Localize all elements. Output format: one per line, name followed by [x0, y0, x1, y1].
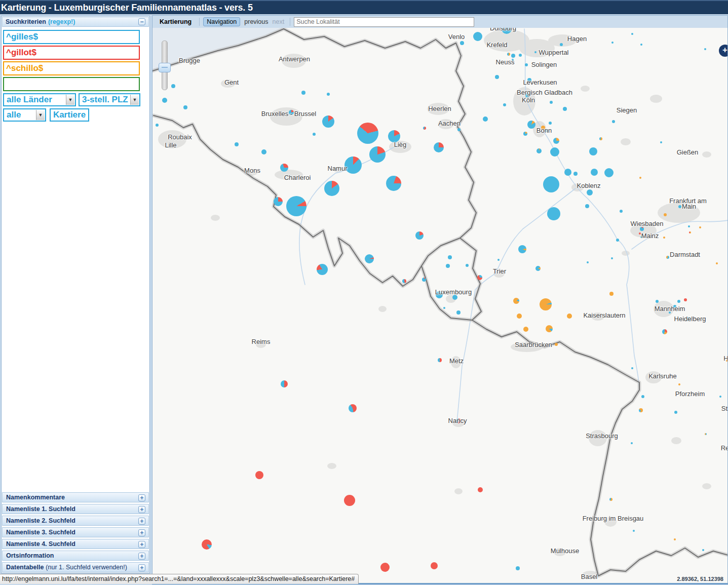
- chevron-down-icon: ▼: [36, 110, 45, 120]
- zoom-slider[interactable]: [162, 41, 168, 90]
- city-label: Antwerpen: [279, 55, 310, 63]
- accordion-item-label: Ortsinformation: [6, 552, 54, 559]
- locality-search-input[interactable]: [294, 17, 474, 27]
- threshold-select-value: alle: [7, 110, 21, 120]
- accordion-item-label: Datentabelle: [6, 564, 44, 571]
- city-label: Bruxelles - Brussel: [261, 110, 316, 118]
- accordion-item-label: Namenliste 1. Suchfeld: [6, 505, 75, 513]
- city-label: Bergisch Gladbach: [517, 89, 572, 96]
- expand-icon[interactable]: +: [138, 506, 145, 513]
- zoom-in-button[interactable]: +: [719, 45, 727, 57]
- city-label: Aachen: [438, 120, 461, 127]
- toolbar-divider: [199, 18, 200, 26]
- next-button: next: [273, 18, 285, 25]
- city-label: Charleroi: [284, 174, 311, 181]
- accordion-item-6[interactable]: Ortsinformation+: [2, 551, 149, 561]
- city-label: Lièg: [394, 141, 407, 148]
- city-label: Gießen: [677, 148, 699, 156]
- city-label: Venlo: [448, 33, 465, 41]
- city-label: Nancy: [448, 417, 467, 424]
- search-field-3[interactable]: [3, 61, 140, 75]
- city-label: Mainz: [641, 232, 659, 240]
- accordion-item-3[interactable]: Namenliste 2. Suchfeld+: [2, 516, 149, 526]
- city-label: Hagen: [567, 35, 587, 43]
- map-toolbar: Kartierung Navigation previous next: [152, 16, 727, 28]
- window-title-bar: Kartierung - Luxemburgischer Familiennam…: [0, 0, 728, 14]
- city-label: Freiburg im Breisgau: [583, 515, 644, 522]
- search-field-1[interactable]: [3, 30, 140, 44]
- city-label: Lille: [165, 141, 176, 149]
- city-label: Pforzheim: [675, 390, 705, 398]
- accordion-item-note: (nur 1. Suchfeld verwenden!): [46, 564, 127, 571]
- city-label: Luxembourg: [435, 288, 472, 296]
- scale-select-value: 3-stell. PLZ: [82, 95, 128, 105]
- expand-icon[interactable]: +: [138, 518, 145, 525]
- city-label: Solingen: [531, 61, 557, 68]
- map-mode-label: Kartierung: [160, 18, 191, 25]
- country-select[interactable]: alle Länder ▼: [3, 93, 76, 106]
- accordion-item-7[interactable]: Datentabelle(nur 1. Suchfeld verwenden!)…: [2, 562, 149, 572]
- accordion-item-5[interactable]: Namenliste 4. Suchfeld+: [2, 539, 149, 549]
- map-viewport[interactable]: DuisburgVenloKrefeldHagenWuppertalNeussS…: [152, 28, 727, 583]
- search-sidebar: Suchkriterien (regexp!) − alle Länder ▼ …: [1, 16, 150, 573]
- city-label: Brugge: [179, 57, 200, 64]
- city-label: St: [721, 405, 727, 412]
- city-label: Heerlen: [428, 105, 451, 112]
- city-label: Main: [682, 203, 696, 210]
- city-label: Namur: [327, 165, 347, 172]
- city-label: Saarbrücken: [515, 341, 552, 348]
- chevron-down-icon: ▼: [130, 95, 139, 105]
- city-label: Strasbourg: [586, 432, 618, 440]
- search-field-2[interactable]: [3, 46, 140, 60]
- accordion-item-label: Namenkommentare: [6, 494, 65, 501]
- scale-select[interactable]: 3-stell. PLZ ▼: [79, 93, 140, 106]
- city-label: Mannheim: [655, 305, 685, 313]
- collapse-icon[interactable]: −: [138, 18, 145, 25]
- map-labels-layer: DuisburgVenloKrefeldHagenWuppertalNeussS…: [152, 28, 727, 583]
- page-title: Kartierung - Luxemburgischer Familiennam…: [1, 3, 253, 13]
- city-label: Wuppertal: [539, 49, 568, 56]
- city-label: Gent: [224, 79, 239, 86]
- search-criteria-header[interactable]: Suchkriterien (regexp!) −: [2, 17, 149, 27]
- accordion-item-1[interactable]: Namenkommentare+: [2, 492, 149, 502]
- city-label: H: [723, 355, 727, 362]
- browser-status-bar: http://engelmann.uni.lu/lfa/test/interna…: [0, 574, 359, 584]
- city-label: Re: [721, 444, 727, 452]
- city-label: Duisburg: [490, 28, 516, 32]
- kartiere-button[interactable]: Kartiere: [50, 108, 89, 122]
- sidebar-accordion: Namenkommentare+Namenliste 1. Suchfeld+N…: [2, 491, 149, 572]
- map-panel: Kartierung Navigation previous next: [152, 15, 728, 584]
- threshold-select[interactable]: alle ▼: [3, 108, 46, 122]
- expand-icon[interactable]: +: [138, 553, 145, 560]
- city-label: Köln: [522, 96, 535, 104]
- previous-button[interactable]: previous: [244, 18, 268, 25]
- regexp-link[interactable]: (regexp!): [48, 18, 75, 25]
- city-label: Mons: [244, 167, 260, 174]
- search-field-4[interactable]: [3, 77, 140, 91]
- city-label: Reims: [252, 338, 271, 345]
- accordion-item-label: Namenliste 2. Suchfeld: [6, 517, 75, 524]
- accordion-item-label: Namenliste 4. Suchfeld: [6, 540, 75, 548]
- expand-icon[interactable]: +: [138, 529, 145, 536]
- country-select-value: alle Länder: [7, 95, 52, 105]
- city-label: Wiesbaden: [630, 220, 663, 227]
- city-label: Neuss: [496, 58, 515, 66]
- city-label: Koblenz: [577, 182, 601, 189]
- cursor-coordinates: 2.89362, 51.12398: [677, 576, 723, 582]
- city-label: Karlsruhe: [648, 372, 677, 380]
- city-label: Roubaix: [168, 133, 192, 141]
- city-label: Heidelberg: [674, 315, 706, 323]
- city-label: Mulhouse: [551, 547, 579, 555]
- zoom-slider-handle[interactable]: [159, 63, 171, 72]
- status-url: http://engelmann.uni.lu/lfa/test/interna…: [2, 575, 355, 582]
- city-label: Metz: [449, 357, 464, 365]
- city-label: Siegen: [617, 106, 637, 114]
- navigation-button[interactable]: Navigation: [203, 17, 240, 26]
- expand-icon[interactable]: +: [138, 564, 145, 571]
- accordion-item-label: Namenliste 3. Suchfeld: [6, 529, 75, 536]
- expand-icon[interactable]: +: [138, 541, 145, 548]
- expand-icon[interactable]: +: [138, 494, 145, 501]
- accordion-item-2[interactable]: Namenliste 1. Suchfeld+: [2, 504, 149, 514]
- city-label: Krefeld: [486, 41, 507, 49]
- accordion-item-4[interactable]: Namenliste 3. Suchfeld+: [2, 527, 149, 537]
